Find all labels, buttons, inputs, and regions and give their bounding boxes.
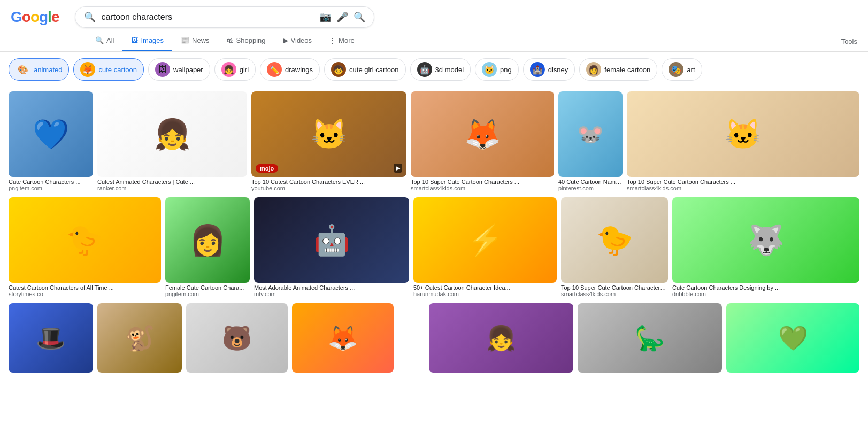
- all-icon: 🔍: [95, 36, 104, 44]
- filter-art-label: art: [687, 66, 695, 74]
- image-result-totoro[interactable]: 🐻: [186, 303, 288, 383]
- image-title-tweety-pikachu: Cutest Cartoon Characters of All Time ..…: [9, 284, 161, 291]
- header: Google 🔍 📷 🎤 🔍: [0, 0, 868, 28]
- image-result-wolf[interactable]: 🐺 Cute Cartoon Characters Designing by .…: [672, 197, 859, 299]
- filter-wallpaper-label: wallpaper: [173, 66, 203, 74]
- filter-drawings-label: drawings: [285, 66, 313, 74]
- image-title-tom-cheese: Top 10 Super Cute Cartoon Characters ...: [627, 179, 859, 185]
- image-result-pikachu[interactable]: ⚡ 50+ Cutest Cartoon Character Idea... h…: [413, 197, 557, 299]
- videos-icon: ▶: [283, 36, 288, 44]
- image-source-tomjerry: pinterest.com: [558, 185, 623, 191]
- image-title-vanellope: Female Cute Cartoon Chara...: [165, 284, 250, 291]
- image-row-1: 💙 Cute Cartoon Characters ... pngitem.co…: [9, 91, 859, 193]
- image-result-tweety2[interactable]: 🐤 Top 10 Super Cute Cartoon Characters .…: [561, 197, 668, 299]
- image-source-oliver: smartclass4kids.com: [411, 185, 554, 191]
- image-result-lemur[interactable]: 🐒: [97, 303, 182, 383]
- image-result-agnes[interactable]: 👧: [429, 303, 573, 383]
- news-icon: 📰: [181, 36, 189, 44]
- image-title-tomjerry: 40 Cute Cartoon Name...: [558, 179, 623, 185]
- filter-art[interactable]: 🎭 art: [662, 58, 702, 81]
- image-grid: 💙 Cute Cartoon Characters ... pngitem.co…: [0, 87, 868, 392]
- camera-search-button[interactable]: 📷: [319, 11, 331, 23]
- image-source-pikachu: harunmudak.com: [413, 291, 557, 297]
- source-badge-mojo: mojo: [256, 164, 278, 173]
- image-title-cats-video: Top 10 Cutest Cartoon Characters EVER ..…: [251, 179, 406, 185]
- filter-female-cartoon-label: female cartoon: [604, 66, 650, 74]
- image-result-cats-video[interactable]: 🐱 mojo ▶ Top 10 Cutest Cartoon Character…: [251, 91, 406, 193]
- voice-search-button[interactable]: 🎤: [336, 11, 348, 23]
- filter-animated[interactable]: 🎨 animated: [9, 58, 69, 81]
- images-icon: 🖼: [131, 36, 138, 44]
- filter-chips: 🎨 animated 🦊 cute cartoon 🖼 wallpaper 👧 …: [0, 52, 868, 87]
- image-source-cats-video: youtube.com: [251, 185, 406, 191]
- google-logo: Google: [11, 9, 59, 26]
- tools-button[interactable]: Tools: [831, 32, 868, 51]
- filter-animated-label: animated: [34, 66, 62, 74]
- filter-cute-cartoon-label: cute cartoon: [98, 66, 137, 74]
- image-source-wolf: dribbble.com: [672, 291, 859, 297]
- image-title-ppg: Cutest Animated Characters | Cute ...: [97, 179, 247, 185]
- image-result-tomjerry[interactable]: 🐭 40 Cute Cartoon Name... pinterest.com: [558, 91, 623, 193]
- search-submit-icon: 🔍: [354, 11, 365, 23]
- filter-disney-label: disney: [548, 66, 569, 74]
- tab-all-label: All: [106, 36, 114, 44]
- filter-cute-cartoon[interactable]: 🦊 cute cartoon: [73, 58, 144, 81]
- image-result-oliver[interactable]: 🦊 Top 10 Super Cute Cartoon Characters .…: [411, 91, 554, 193]
- search-bar: 🔍 📷 🎤 🔍: [75, 6, 374, 28]
- image-row-2: 🐤 Cutest Cartoon Characters of All Time …: [9, 197, 859, 299]
- image-result-stitch[interactable]: 💙 Cute Cartoon Characters ... pngitem.co…: [9, 91, 93, 193]
- image-result-ppg2[interactable]: 💚: [726, 303, 859, 383]
- image-result-gap: [398, 303, 425, 383]
- image-source-vanellope: pngitem.com: [165, 291, 250, 297]
- tab-all[interactable]: 🔍 All: [87, 31, 122, 51]
- filter-cute-girl-cartoon-label: cute girl cartoon: [349, 66, 399, 74]
- search-submit-button[interactable]: 🔍: [354, 11, 365, 23]
- microphone-icon: 🎤: [336, 11, 348, 23]
- tab-videos-label: Videos: [291, 36, 312, 44]
- image-source-tweety-pikachu: storytimes.co: [9, 291, 161, 297]
- filter-png-label: png: [500, 66, 512, 74]
- filter-drawings[interactable]: ✏️ drawings: [260, 58, 320, 81]
- image-source-tom-cheese: smartclass4kids.com: [627, 185, 859, 191]
- filter-png[interactable]: 🐱 png: [475, 58, 519, 81]
- image-result-ppg[interactable]: 👧 Cutest Animated Characters | Cute ... …: [97, 91, 247, 193]
- tab-news[interactable]: 📰 News: [172, 31, 218, 51]
- camera-icon: 📷: [319, 11, 331, 23]
- image-result-pebbles[interactable]: 🦕: [578, 303, 722, 383]
- tab-more-label: More: [339, 36, 355, 44]
- image-source-stitch: pngitem.com: [9, 185, 93, 191]
- image-title-oliver: Top 10 Super Cute Cartoon Characters ...: [411, 179, 554, 185]
- tab-videos[interactable]: ▶ Videos: [274, 31, 321, 51]
- image-result-tweety-pikachu[interactable]: 🐤 Cutest Cartoon Characters of All Time …: [9, 197, 161, 299]
- filter-3d-model-label: 3d model: [435, 66, 464, 74]
- image-source-baymax: mtv.com: [254, 291, 409, 297]
- filter-girl[interactable]: 👧 girl: [214, 58, 256, 81]
- image-result-tom-cheese[interactable]: 🐱 Top 10 Super Cute Cartoon Characters .…: [627, 91, 859, 193]
- image-title-wolf: Cute Cartoon Characters Designing by ...: [672, 284, 859, 291]
- image-result-fox[interactable]: 🦊: [292, 303, 394, 383]
- image-result-baymax[interactable]: 🤖 Most Adorable Animated Characters ... …: [254, 197, 409, 299]
- tab-shopping[interactable]: 🛍 Shopping: [218, 31, 274, 51]
- video-play-icon: ▶: [394, 164, 402, 173]
- filter-wallpaper[interactable]: 🖼 wallpaper: [148, 58, 210, 81]
- image-title-baymax: Most Adorable Animated Characters ...: [254, 284, 409, 291]
- nav-tabs: 🔍 All 🖼 Images 📰 News 🛍 Shopping ▶ Video…: [0, 28, 868, 52]
- filter-female-cartoon[interactable]: 👩 female cartoon: [579, 58, 657, 81]
- image-title-stitch: Cute Cartoon Characters ...: [9, 179, 93, 185]
- image-source-ppg: ranker.com: [97, 185, 247, 191]
- filter-girl-label: girl: [240, 66, 249, 74]
- image-source-tweety2: smartclass4kids.com: [561, 291, 668, 297]
- image-result-vanellope[interactable]: 👩 Female Cute Cartoon Chara... pngitem.c…: [165, 197, 250, 299]
- filter-cute-girl-cartoon[interactable]: 🧒 cute girl cartoon: [324, 58, 406, 81]
- tab-shopping-label: Shopping: [236, 36, 266, 44]
- filter-3d-model[interactable]: 🤖 3d model: [410, 58, 471, 81]
- shopping-icon: 🛍: [227, 36, 234, 44]
- image-result-chip[interactable]: 🎩: [9, 303, 93, 383]
- tab-more[interactable]: ⋮ More: [320, 31, 363, 51]
- search-input[interactable]: [101, 12, 314, 22]
- image-title-pikachu: 50+ Cutest Cartoon Character Idea...: [413, 284, 557, 291]
- tab-images[interactable]: 🖼 Images: [122, 31, 172, 51]
- search-icon: 🔍: [84, 11, 96, 23]
- filter-disney[interactable]: 🏰 disney: [523, 58, 575, 81]
- tab-news-label: News: [192, 36, 210, 44]
